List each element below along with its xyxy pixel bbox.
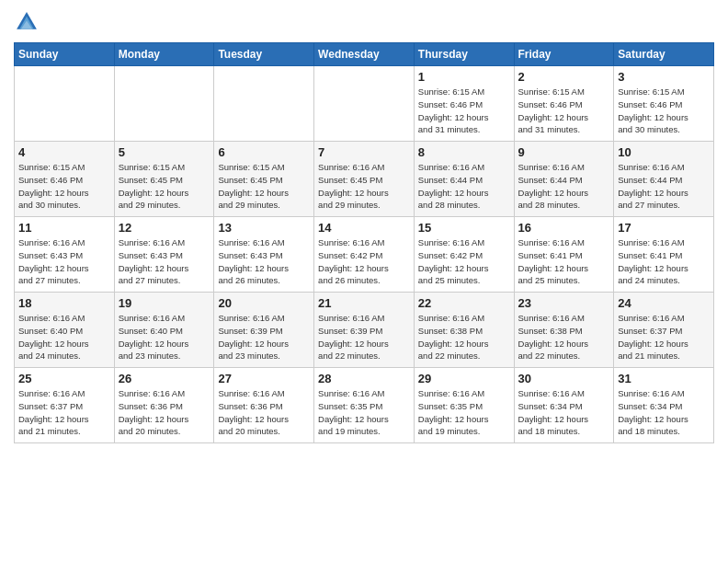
calendar-body: 1Sunrise: 6:15 AM Sunset: 6:46 PM Daylig… bbox=[15, 66, 714, 443]
weekday-header-wednesday: Wednesday bbox=[314, 43, 415, 66]
calendar-cell: 27Sunrise: 6:16 AM Sunset: 6:36 PM Dayli… bbox=[214, 368, 314, 443]
calendar-cell: 22Sunrise: 6:16 AM Sunset: 6:38 PM Dayli… bbox=[414, 293, 514, 368]
calendar-cell: 15Sunrise: 6:16 AM Sunset: 6:42 PM Dayli… bbox=[414, 217, 514, 293]
calendar-cell bbox=[15, 66, 115, 142]
calendar-cell: 8Sunrise: 6:16 AM Sunset: 6:44 PM Daylig… bbox=[414, 142, 514, 217]
day-number: 31 bbox=[618, 372, 710, 385]
calendar-cell: 20Sunrise: 6:16 AM Sunset: 6:39 PM Dayli… bbox=[214, 293, 314, 368]
day-number: 25 bbox=[18, 372, 110, 385]
header bbox=[14, 9, 714, 35]
calendar-cell: 19Sunrise: 6:16 AM Sunset: 6:40 PM Dayli… bbox=[114, 293, 214, 368]
calendar-cell: 9Sunrise: 6:16 AM Sunset: 6:44 PM Daylig… bbox=[514, 142, 614, 217]
calendar-week-0: 1Sunrise: 6:15 AM Sunset: 6:46 PM Daylig… bbox=[15, 66, 714, 142]
day-number: 23 bbox=[518, 296, 610, 310]
day-info: Sunrise: 6:16 AM Sunset: 6:40 PM Dayligh… bbox=[18, 312, 110, 362]
day-info: Sunrise: 6:16 AM Sunset: 6:42 PM Dayligh… bbox=[318, 236, 410, 287]
day-number: 13 bbox=[218, 221, 310, 235]
day-info: Sunrise: 6:15 AM Sunset: 6:45 PM Dayligh… bbox=[218, 161, 310, 212]
calendar-cell: 23Sunrise: 6:16 AM Sunset: 6:38 PM Dayli… bbox=[514, 293, 614, 368]
calendar-cell: 7Sunrise: 6:16 AM Sunset: 6:45 PM Daylig… bbox=[314, 142, 415, 217]
logo-icon bbox=[14, 9, 40, 35]
day-info: Sunrise: 6:15 AM Sunset: 6:46 PM Dayligh… bbox=[518, 86, 610, 136]
calendar-header: SundayMondayTuesdayWednesdayThursdayFrid… bbox=[15, 43, 714, 66]
day-number: 3 bbox=[618, 70, 710, 84]
calendar-table: SundayMondayTuesdayWednesdayThursdayFrid… bbox=[14, 42, 714, 443]
day-info: Sunrise: 6:16 AM Sunset: 6:38 PM Dayligh… bbox=[518, 312, 610, 362]
day-number: 28 bbox=[318, 372, 410, 385]
day-info: Sunrise: 6:16 AM Sunset: 6:36 PM Dayligh… bbox=[218, 387, 310, 438]
calendar-cell: 13Sunrise: 6:16 AM Sunset: 6:43 PM Dayli… bbox=[214, 217, 314, 293]
calendar-cell bbox=[114, 66, 214, 142]
calendar-cell: 26Sunrise: 6:16 AM Sunset: 6:36 PM Dayli… bbox=[114, 368, 214, 443]
day-info: Sunrise: 6:15 AM Sunset: 6:46 PM Dayligh… bbox=[418, 86, 510, 136]
day-number: 9 bbox=[518, 145, 610, 159]
day-number: 8 bbox=[418, 145, 510, 159]
calendar-cell: 5Sunrise: 6:15 AM Sunset: 6:45 PM Daylig… bbox=[114, 142, 214, 217]
calendar-cell bbox=[314, 66, 415, 142]
day-number: 16 bbox=[518, 221, 610, 235]
day-number: 14 bbox=[318, 221, 410, 235]
calendar-cell: 2Sunrise: 6:15 AM Sunset: 6:46 PM Daylig… bbox=[514, 66, 614, 142]
day-info: Sunrise: 6:16 AM Sunset: 6:39 PM Dayligh… bbox=[318, 312, 410, 362]
day-number: 4 bbox=[18, 145, 110, 159]
day-info: Sunrise: 6:16 AM Sunset: 6:37 PM Dayligh… bbox=[18, 387, 110, 438]
day-info: Sunrise: 6:16 AM Sunset: 6:44 PM Dayligh… bbox=[618, 161, 710, 212]
calendar-cell: 18Sunrise: 6:16 AM Sunset: 6:40 PM Dayli… bbox=[15, 293, 115, 368]
day-info: Sunrise: 6:16 AM Sunset: 6:38 PM Dayligh… bbox=[418, 312, 510, 362]
calendar-cell: 28Sunrise: 6:16 AM Sunset: 6:35 PM Dayli… bbox=[314, 368, 415, 443]
calendar-cell: 3Sunrise: 6:15 AM Sunset: 6:46 PM Daylig… bbox=[614, 66, 714, 142]
calendar-cell: 12Sunrise: 6:16 AM Sunset: 6:43 PM Dayli… bbox=[114, 217, 214, 293]
weekday-header-saturday: Saturday bbox=[614, 43, 714, 66]
calendar-cell: 11Sunrise: 6:16 AM Sunset: 6:43 PM Dayli… bbox=[15, 217, 115, 293]
calendar-week-2: 11Sunrise: 6:16 AM Sunset: 6:43 PM Dayli… bbox=[15, 217, 714, 293]
weekday-header-thursday: Thursday bbox=[414, 43, 514, 66]
calendar-cell: 14Sunrise: 6:16 AM Sunset: 6:42 PM Dayli… bbox=[314, 217, 415, 293]
day-info: Sunrise: 6:16 AM Sunset: 6:35 PM Dayligh… bbox=[318, 387, 410, 438]
day-number: 29 bbox=[418, 372, 510, 385]
day-number: 27 bbox=[218, 372, 310, 385]
day-info: Sunrise: 6:15 AM Sunset: 6:46 PM Dayligh… bbox=[18, 161, 110, 212]
day-number: 11 bbox=[18, 221, 110, 235]
day-number: 24 bbox=[618, 296, 710, 310]
calendar-cell: 16Sunrise: 6:16 AM Sunset: 6:41 PM Dayli… bbox=[514, 217, 614, 293]
calendar-cell: 4Sunrise: 6:15 AM Sunset: 6:46 PM Daylig… bbox=[15, 142, 115, 217]
day-number: 10 bbox=[618, 145, 710, 159]
calendar-week-1: 4Sunrise: 6:15 AM Sunset: 6:46 PM Daylig… bbox=[15, 142, 714, 217]
day-number: 5 bbox=[119, 145, 210, 159]
calendar-cell: 1Sunrise: 6:15 AM Sunset: 6:46 PM Daylig… bbox=[414, 66, 514, 142]
day-info: Sunrise: 6:16 AM Sunset: 6:36 PM Dayligh… bbox=[119, 387, 210, 438]
calendar-cell: 24Sunrise: 6:16 AM Sunset: 6:37 PM Dayli… bbox=[614, 293, 714, 368]
day-info: Sunrise: 6:16 AM Sunset: 6:43 PM Dayligh… bbox=[218, 236, 310, 287]
day-number: 17 bbox=[618, 221, 710, 235]
day-info: Sunrise: 6:16 AM Sunset: 6:37 PM Dayligh… bbox=[618, 312, 710, 362]
calendar-cell bbox=[214, 66, 314, 142]
day-info: Sunrise: 6:16 AM Sunset: 6:34 PM Dayligh… bbox=[518, 387, 610, 438]
day-info: Sunrise: 6:16 AM Sunset: 6:45 PM Dayligh… bbox=[318, 161, 410, 212]
day-number: 19 bbox=[119, 296, 210, 310]
weekday-header-monday: Monday bbox=[114, 43, 214, 66]
day-number: 1 bbox=[418, 70, 510, 84]
day-number: 22 bbox=[418, 296, 510, 310]
day-number: 20 bbox=[218, 296, 310, 310]
day-number: 15 bbox=[418, 221, 510, 235]
day-info: Sunrise: 6:16 AM Sunset: 6:35 PM Dayligh… bbox=[418, 387, 510, 438]
day-info: Sunrise: 6:16 AM Sunset: 6:39 PM Dayligh… bbox=[218, 312, 310, 362]
day-info: Sunrise: 6:16 AM Sunset: 6:43 PM Dayligh… bbox=[18, 236, 110, 287]
calendar-cell: 10Sunrise: 6:16 AM Sunset: 6:44 PM Dayli… bbox=[614, 142, 714, 217]
calendar-cell: 25Sunrise: 6:16 AM Sunset: 6:37 PM Dayli… bbox=[15, 368, 115, 443]
calendar-cell: 6Sunrise: 6:15 AM Sunset: 6:45 PM Daylig… bbox=[214, 142, 314, 217]
weekday-header-tuesday: Tuesday bbox=[214, 43, 314, 66]
calendar-cell: 17Sunrise: 6:16 AM Sunset: 6:41 PM Dayli… bbox=[614, 217, 714, 293]
day-number: 2 bbox=[518, 70, 610, 84]
day-number: 21 bbox=[318, 296, 410, 310]
day-number: 26 bbox=[119, 372, 210, 385]
day-info: Sunrise: 6:16 AM Sunset: 6:34 PM Dayligh… bbox=[618, 387, 710, 438]
day-info: Sunrise: 6:16 AM Sunset: 6:41 PM Dayligh… bbox=[618, 236, 710, 287]
day-info: Sunrise: 6:16 AM Sunset: 6:40 PM Dayligh… bbox=[119, 312, 210, 362]
day-info: Sunrise: 6:16 AM Sunset: 6:41 PM Dayligh… bbox=[518, 236, 610, 287]
calendar-week-3: 18Sunrise: 6:16 AM Sunset: 6:40 PM Dayli… bbox=[15, 293, 714, 368]
day-number: 18 bbox=[18, 296, 110, 310]
day-info: Sunrise: 6:15 AM Sunset: 6:46 PM Dayligh… bbox=[618, 86, 710, 136]
day-number: 30 bbox=[518, 372, 610, 385]
day-number: 6 bbox=[218, 145, 310, 159]
